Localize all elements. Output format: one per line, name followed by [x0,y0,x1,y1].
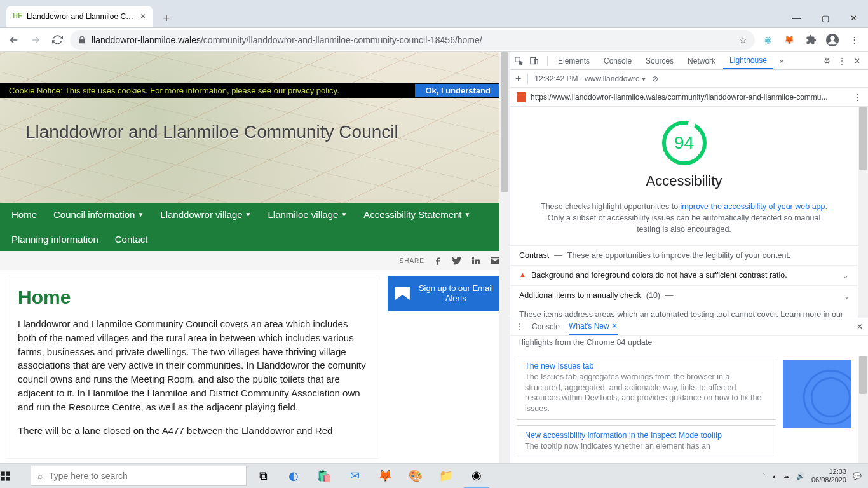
store-icon[interactable]: 🛍️ [311,463,337,488]
add-icon[interactable]: + [515,73,521,85]
nav-llanmiloe[interactable]: Llanmiloe village ▼ [268,209,347,220]
star-icon[interactable]: ☆ [739,35,747,45]
extensions-button[interactable] [802,31,820,49]
taskbar-search[interactable]: ⌕ Type here to search [31,466,247,486]
drawer-tab-console[interactable]: Console [532,322,560,331]
extension-fox-icon[interactable]: 🦊 [780,31,798,49]
page-heading: Home [18,287,367,308]
card-desc: The tooltip now indicates whether an ele… [525,441,768,452]
inspect-element-icon[interactable] [514,56,528,65]
paint-icon[interactable]: 🎨 [403,463,428,488]
page-scrollbar[interactable] [499,52,510,463]
close-icon[interactable]: ✕ [140,12,146,21]
devtools-scrollbar[interactable] [858,107,868,318]
tab-network[interactable]: Network [681,52,722,69]
address-bar[interactable]: llanddowror-llanmiloe.wales/community/ll… [70,30,755,50]
body-para-2: There will be a lane closed on the A477 … [18,424,367,438]
firefox-icon[interactable]: 🦊 [372,463,398,488]
whatsnew-card[interactable]: New accessibility information in the Ins… [517,425,776,458]
audit-group-manual[interactable]: Additional items to manually check(10)— … [510,285,858,317]
audit-contrast-ratio[interactable]: ▲ Background and foreground colors do no… [510,265,858,285]
chevron-down-icon: ▼ [341,211,347,218]
whatsnew-card[interactable]: The new Issues tab The Issues tab aggreg… [517,356,776,421]
search-placeholder: Type here to search [49,471,128,481]
warning-icon: ▲ [519,271,526,278]
email-alerts-button[interactable]: Sign up to our Email Alerts [388,276,503,311]
profile-button[interactable] [824,31,841,49]
tab-title: Llanddowror and Llanmiloe Com [27,12,136,21]
svg-rect-7 [1,477,4,480]
explorer-icon[interactable]: 📁 [433,463,459,488]
nav-contact[interactable]: Contact [115,234,148,245]
menu-button[interactable]: ⋮ [845,31,863,49]
kebab-icon[interactable]: ⋮ [854,93,862,102]
maximize-button[interactable]: ▢ [811,8,839,27]
chevron-down-icon: ▼ [465,211,471,218]
chrome-icon[interactable]: ◉ [464,463,489,488]
linkedin-icon[interactable] [470,255,482,266]
tab-elements[interactable]: Elements [552,52,596,69]
card-desc: The Issues tab aggregates warnings from … [525,372,768,415]
report-timestamp[interactable]: 12:32:42 PM - www.llanddowro ▾ [534,74,646,83]
highlights-heading: Highlights from the Chrome 84 update [510,336,868,352]
drawer-scrollbar[interactable] [858,356,868,463]
envelope-icon [395,287,410,300]
new-tab-button[interactable]: + [158,10,175,27]
nav-llanddowror[interactable]: Llanddowror village ▼ [160,209,251,220]
svg-point-1 [830,36,834,40]
drawer-tab-whatsnew[interactable]: What's New ✕ [569,318,618,335]
mail-icon[interactable]: ✉ [342,463,367,488]
notifications-icon[interactable]: 💬 [853,472,862,480]
minimize-button[interactable]: — [782,8,811,27]
tab-lighthouse[interactable]: Lighthouse [723,52,773,69]
url-host: llanddowror-llanmiloe.wales [92,35,201,45]
body-para-1: Llanddowror and Llanmiloe Community Coun… [18,317,367,414]
system-clock[interactable]: 12:33 06/08/2020 [811,468,846,484]
audit-group-contrast[interactable]: Contrast—These are opportunities to impr… [510,245,858,265]
gear-icon[interactable]: ⚙ [820,57,834,65]
cookie-accept-button[interactable]: Ok, I understand [415,84,501,97]
volume-icon[interactable]: 🔊 [796,472,805,480]
browser-tab[interactable]: HF Llanddowror and Llanmiloe Com ✕ [6,6,153,27]
clear-icon[interactable]: ⊘ [652,74,658,83]
site-title: Llanddowror and Llanmiloe Community Coun… [25,122,398,142]
extension-icon[interactable]: ◉ [759,31,776,49]
svg-rect-5 [1,471,4,475]
close-drawer-icon[interactable]: ✕ [857,322,863,331]
task-view-icon[interactable]: ⧉ [250,463,276,488]
share-label: SHARE [400,257,424,264]
forward-button[interactable] [27,31,44,49]
back-button[interactable] [5,31,23,49]
main-nav: Home Council information ▼ Llanddowror v… [0,203,510,251]
nav-council[interactable]: Council information ▼ [53,209,144,220]
accessibility-help-link[interactable]: improve the accessibility of your web ap… [681,202,825,211]
nav-accessibility[interactable]: Accessibility Statement ▼ [363,209,470,220]
alerts-label: Sign up to our Email Alerts [416,283,496,303]
facebook-icon[interactable] [432,255,444,266]
nav-home[interactable]: Home [11,209,37,220]
lock-icon [78,36,86,44]
report-url: https://www.llanddowror-llanmiloe.wales/… [531,93,849,102]
onedrive-icon[interactable]: ☁ [783,472,790,480]
tray-expand-icon[interactable]: ˄ [762,472,766,480]
dropbox-icon[interactable]: ⬥ [772,472,776,480]
category-description: These checks highlight opportunities to … [510,194,858,245]
close-devtools-icon[interactable]: ✕ [850,57,864,65]
category-label: Accessibility [517,173,851,189]
more-tabs-icon[interactable]: » [775,57,789,65]
reload-button[interactable] [48,31,66,49]
tab-sources[interactable]: Sources [639,52,680,69]
tab-console[interactable]: Console [597,52,638,69]
chevron-down-icon: ⌄ [843,291,850,301]
twitter-icon[interactable] [451,255,463,266]
drawer-kebab-icon[interactable]: ⋮ [515,322,523,331]
start-button[interactable] [0,471,31,482]
edge-icon[interactable]: ◐ [281,463,306,488]
nav-planning[interactable]: Planning information [11,234,98,245]
close-window-button[interactable]: ✕ [839,8,868,27]
device-toggle-icon[interactable] [529,56,543,65]
favicon-icon: HF [13,11,23,22]
kebab-icon[interactable]: ⋮ [835,57,849,65]
score-value: 94 [674,133,694,153]
cookie-banner: Cookie Notice: This site uses cookies. F… [0,83,510,98]
